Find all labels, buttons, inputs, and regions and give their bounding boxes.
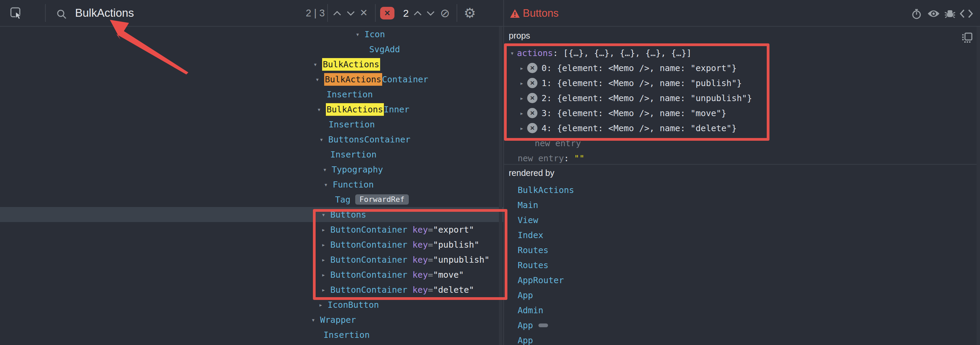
expand-chevron-icon[interactable]: ▾ <box>319 211 328 218</box>
inspect-element-button[interactable] <box>10 6 23 20</box>
tree-row-iconbutton[interactable]: ▸IconButton <box>0 297 503 312</box>
tree-row-function[interactable]: ▾Function <box>0 177 503 192</box>
tree-row-insertion[interactable]: Insertion <box>0 117 503 132</box>
rendered-by-item[interactable]: Routes <box>518 243 548 257</box>
expand-chevron-icon[interactable]: ▸ <box>319 286 328 294</box>
tree-row-buttoncontainer-delete[interactable]: ▸ButtonContainerkey="delete" <box>0 282 503 297</box>
component-name: Insertion <box>326 89 372 99</box>
clear-errors-button[interactable]: ⊘ <box>438 5 452 21</box>
prop-row-actions[interactable]: ▾actions: [{…}, {…}, {…}, {…}, {…}] <box>508 45 692 61</box>
rendered-by-item[interactable]: View <box>518 212 538 227</box>
array-item-value: {element: <Memo />, name: "export"} <box>557 63 737 73</box>
search-input[interactable]: BulkActions <box>75 6 134 20</box>
log-to-console-button[interactable] <box>943 7 957 21</box>
active-search-match-highlight: BulkActions <box>324 73 382 86</box>
array-item-row-0[interactable]: ▸✕0: {element: <Memo />, name: "export"} <box>518 61 737 75</box>
expand-chevron-icon[interactable]: ▾ <box>313 75 322 83</box>
remove-item-button[interactable]: ✕ <box>527 108 538 118</box>
expand-chevron-icon[interactable]: ▸ <box>518 79 526 87</box>
inspected-component-title: Buttons <box>523 7 558 19</box>
key-attribute-name: key <box>412 285 428 295</box>
rendered-by-item[interactable]: Routes <box>518 257 548 273</box>
tree-row-buttoncontainer-publish[interactable]: ▸ButtonContainerkey="publish" <box>0 237 503 252</box>
rendered-by-item[interactable]: Main <box>518 197 538 212</box>
rendered-by-item[interactable]: Index <box>518 227 543 243</box>
expand-chevron-icon[interactable]: ▸ <box>319 256 328 264</box>
expand-chevron-icon[interactable]: ▸ <box>316 301 326 308</box>
tree-row-buttoncontainer-export[interactable]: ▸ButtonContainerkey="export" <box>0 222 503 237</box>
expand-chevron-icon[interactable]: ▸ <box>518 64 526 72</box>
array-index: 2: <box>541 93 557 103</box>
expand-chevron-icon[interactable]: ▸ <box>319 241 328 248</box>
tree-row-wrapper[interactable]: ▾Wrapper <box>0 312 503 327</box>
tree-row-tag[interactable]: TagForwardRef <box>0 192 503 207</box>
tree-row-buttonscontainer[interactable]: ▾ButtonsContainer <box>0 132 503 147</box>
component-name: Insertion <box>323 330 369 340</box>
rendered-by-item[interactable]: BulkActions <box>518 182 574 197</box>
remove-item-button[interactable]: ✕ <box>527 93 538 103</box>
component-name: Inner <box>384 104 409 115</box>
expand-chevron-icon[interactable]: ▾ <box>320 166 329 173</box>
component-name: ButtonsContainer <box>328 134 410 144</box>
tree-row-insertion[interactable]: Insertion <box>0 87 503 102</box>
array-item-value: {element: <Memo />, name: "publish"} <box>557 78 742 88</box>
expand-chevron-icon[interactable]: ▾ <box>310 61 320 68</box>
tree-row-typography[interactable]: ▾Typography <box>0 162 503 177</box>
previous-match-button[interactable] <box>331 9 343 18</box>
rendered-by-item[interactable]: App <box>518 288 533 303</box>
array-item-row-3[interactable]: ▸✕3: {element: <Memo />, name: "move"} <box>518 105 727 121</box>
expand-chevron-icon[interactable]: ▾ <box>321 181 331 188</box>
rendered-by-section-label: rendered by <box>509 168 554 178</box>
tree-row-buttoncontainer-move[interactable]: ▸ButtonContainerkey="move" <box>0 267 503 282</box>
copy-props-button[interactable] <box>961 32 973 44</box>
remove-item-button[interactable]: ✕ <box>527 63 538 73</box>
remove-item-button[interactable]: ✕ <box>527 123 538 133</box>
expand-chevron-icon[interactable]: ▾ <box>353 30 363 38</box>
rendered-by-item[interactable]: Admin <box>518 303 543 318</box>
previous-error-button[interactable] <box>412 9 424 18</box>
tree-row-buttoncontainer-unpublish[interactable]: ▸ButtonContainerkey="unpublish" <box>0 252 503 267</box>
tree-row-insertion[interactable]: Insertion <box>0 147 503 162</box>
array-item-row-2[interactable]: ▸✕2: {element: <Memo />, name: "unpublis… <box>518 91 752 105</box>
rendered-by-item[interactable]: App <box>518 333 533 345</box>
component-name: Insertion <box>329 120 375 129</box>
next-error-button[interactable] <box>425 9 437 18</box>
array-item-row-1[interactable]: ▸✕1: {element: <Memo />, name: "publish"… <box>518 75 742 91</box>
tree-row-bulkactionsinner[interactable]: ▾BulkActionsInner <box>0 102 503 117</box>
array-item-row-4[interactable]: ▸✕4: {element: <Memo />, name: "delete"} <box>518 121 737 136</box>
expand-chevron-icon[interactable]: ▾ <box>508 49 516 57</box>
expand-chevron-icon[interactable]: ▾ <box>314 105 324 113</box>
tree-scrollbar[interactable] <box>499 27 502 345</box>
new-entry-row[interactable]: new entry: "" <box>518 151 584 166</box>
expand-chevron-icon[interactable]: ▾ <box>317 136 326 143</box>
expand-chevron-icon[interactable]: ▸ <box>518 125 526 132</box>
inspect-dom-button[interactable] <box>926 7 941 21</box>
search-icon <box>56 8 68 20</box>
rendered-by-item[interactable]: App <box>518 318 548 333</box>
new-entry-value-input[interactable]: "" <box>574 153 584 163</box>
rendered-by-item[interactable]: AppRouter <box>518 273 564 288</box>
tree-row-bulkactionscontainer[interactable]: ▾BulkActionsContainer <box>0 72 503 87</box>
expand-chevron-icon[interactable]: ▸ <box>518 109 526 117</box>
expand-chevron-icon[interactable]: ▸ <box>319 226 328 233</box>
component-name: SvgAdd <box>369 45 400 54</box>
tree-row-buttons-selected[interactable]: ▾Buttons <box>0 207 503 222</box>
tree-row-svgadd[interactable]: SvgAdd <box>0 42 503 57</box>
view-source-button[interactable] <box>959 7 974 21</box>
component-name: Icon <box>364 29 385 39</box>
new-entry-ghost-row[interactable]: new entry <box>535 136 581 151</box>
suspend-toggle-button[interactable] <box>910 7 923 21</box>
expand-chevron-icon[interactable]: ▾ <box>309 316 318 323</box>
expand-chevron-icon[interactable]: ▸ <box>319 271 328 278</box>
next-match-button[interactable] <box>345 9 357 18</box>
expand-chevron-icon[interactable]: ▸ <box>518 94 526 102</box>
settings-gear-icon[interactable]: ⚙ <box>461 5 479 21</box>
panel-divider[interactable] <box>503 0 504 345</box>
tree-row-insertion[interactable]: Insertion <box>0 327 503 342</box>
remove-item-button[interactable]: ✕ <box>527 78 538 88</box>
owner-name: App <box>518 290 533 300</box>
clear-search-button[interactable]: ✕ <box>357 6 371 20</box>
tree-row-bulkactions[interactable]: ▾BulkActions <box>0 57 503 72</box>
tree-row-icon[interactable]: ▾Icon <box>0 27 503 42</box>
inspector-scrollbar[interactable] <box>977 0 980 345</box>
